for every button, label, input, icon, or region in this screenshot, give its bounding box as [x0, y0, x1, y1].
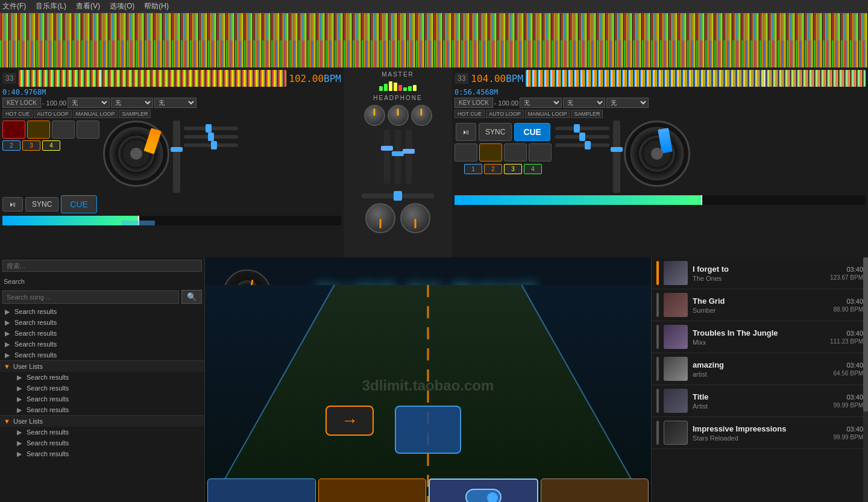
search-song-input[interactable]: [2, 290, 179, 304]
user-list-item-0[interactable]: ▶ Search results: [12, 372, 204, 383]
track-info-2: Troubles In The Jungle Mixx: [693, 328, 830, 346]
beat-tile-1[interactable]: [207, 478, 316, 502]
right-ch-fader[interactable]: [406, 130, 412, 184]
beat-tile-2[interactable]: [318, 478, 427, 502]
right-sampler-tab[interactable]: SAMPLER: [571, 110, 603, 118]
left-pad-num-3: 4: [42, 140, 60, 151]
user-lists-2-arrow: ▼: [4, 418, 11, 425]
right-select-3[interactable]: 无: [606, 98, 649, 108]
left-pitch-slider[interactable]: [173, 121, 180, 193]
master-knob[interactable]: [365, 203, 395, 233]
user-list-item-1[interactable]: ▶ Search results: [12, 383, 204, 394]
left-pad-2[interactable]: [27, 121, 50, 139]
right-vinyl[interactable]: [624, 121, 690, 187]
right-hot-cue-tab[interactable]: HOT CUE: [454, 110, 485, 118]
right-select-1[interactable]: 无: [520, 98, 562, 108]
user-list-item-3[interactable]: ▶ Search results: [12, 404, 204, 415]
sidebar: Search 🔍 ▶ Search results ▶ Search resul…: [0, 257, 205, 502]
left-ch-fader[interactable]: [384, 130, 390, 184]
track-item-5[interactable]: Impressive Impreessions Stars Reloaded 0…: [652, 417, 868, 449]
track-item-2[interactable]: Troubles In The Jungle Mixx 03:40 111.23…: [652, 321, 868, 353]
right-manual-loop-tab[interactable]: MANUAL LOOP: [525, 110, 570, 118]
track-item-1[interactable]: The Grid Sumber 03:40 88.90 BPM: [652, 289, 868, 321]
left-pad-4[interactable]: [77, 121, 99, 139]
track-item-4[interactable]: Title Artist 03:40 99.99 BPM: [652, 385, 868, 417]
sidebar-item-0[interactable]: ▶ Search results: [0, 306, 204, 317]
left-vinyl[interactable]: [103, 121, 169, 187]
left-sampler-tab[interactable]: SAMPLER: [119, 110, 151, 118]
channel-faders: [384, 130, 412, 190]
center-fader[interactable]: [395, 130, 401, 184]
left-pad-3[interactable]: [52, 121, 75, 139]
right-pad-1[interactable]: [454, 143, 477, 162]
left-cue[interactable]: CUE: [61, 195, 97, 213]
sidebar-item-1[interactable]: ▶ Search results: [0, 317, 204, 328]
beat-tile-4[interactable]: [541, 478, 649, 502]
right-cue[interactable]: CUE: [514, 123, 550, 141]
right-select-2[interactable]: 无: [563, 98, 605, 108]
track-list-scrollbar[interactable]: [863, 257, 868, 502]
right-slider-h2[interactable]: [555, 135, 609, 139]
eq-knob-mid[interactable]: [388, 105, 409, 126]
eq-knob-hi[interactable]: [364, 105, 385, 126]
left-play-pause[interactable]: ⏯: [2, 197, 23, 212]
left-pad-1[interactable]: [2, 121, 25, 139]
right-slider-h3[interactable]: [555, 143, 609, 147]
left-select-3[interactable]: 无: [154, 98, 197, 108]
headphone-knob[interactable]: [400, 203, 430, 233]
user-lists-1-header[interactable]: ▼ User Lists: [0, 360, 204, 372]
left-slider-h2[interactable]: [184, 135, 238, 139]
arrow-icon-4: ▶: [5, 351, 12, 359]
right-auto-loop-tab[interactable]: AUTO LOOP: [486, 110, 523, 118]
left-key-lock[interactable]: KEY LOCK: [2, 98, 41, 108]
left-slider-h1[interactable]: [184, 127, 238, 130]
bottom-area: Search 🔍 ▶ Search results ▶ Search resul…: [0, 257, 868, 502]
menubar: 文件(F) 音乐库(L) 查看(V) 选项(O) 帮助(H): [0, 0, 868, 13]
menu-help[interactable]: 帮助(H): [144, 1, 169, 11]
ul1-arrow-2: ▶: [17, 395, 24, 403]
sidebar-item-4[interactable]: ▶ Search results: [0, 350, 204, 360]
left-select-2[interactable]: 无: [111, 98, 153, 108]
menu-options[interactable]: 选项(O): [110, 1, 134, 11]
right-progress[interactable]: [454, 195, 866, 205]
track-accent-4: [656, 389, 659, 413]
left-sync[interactable]: SYNC: [25, 197, 58, 212]
left-slider-h3[interactable]: [184, 143, 238, 147]
eq-knob-lo[interactable]: [411, 105, 432, 126]
sidebar-item-3[interactable]: ▶ Search results: [0, 339, 204, 350]
left-hot-cue-tab[interactable]: HOT CUE: [2, 110, 33, 118]
right-play-pause[interactable]: ⏯: [456, 123, 476, 141]
user-list-2-item-1[interactable]: ▶ Search results: [12, 438, 204, 448]
right-pad-3[interactable]: [504, 143, 527, 162]
arrow-button[interactable]: [326, 406, 374, 436]
search-song-button[interactable]: 🔍: [181, 290, 202, 304]
sidebar-search-input[interactable]: [2, 260, 202, 272]
right-slider-h1[interactable]: [555, 127, 609, 130]
beat-tile-3[interactable]: [429, 478, 538, 502]
left-manual-loop-tab[interactable]: MANUAL LOOP: [73, 110, 118, 118]
track-item-3[interactable]: amazing artist 03:40 64.56 BPM: [652, 353, 868, 385]
right-cue-tabs: HOT CUE AUTO LOOP MANUAL LOOP SAMPLER: [454, 110, 866, 118]
user-list-2-item-0[interactable]: ▶ Search results: [12, 427, 204, 438]
menu-file[interactable]: 文件(F): [2, 1, 26, 11]
arrow-icon-3: ▶: [5, 340, 12, 348]
track-item-0[interactable]: I forget to The Ones 03:40 123.67 BPM: [652, 257, 868, 289]
right-pad-num-4: 4: [524, 164, 542, 174]
right-pad-4[interactable]: [529, 143, 552, 162]
right-pad-2[interactable]: [479, 143, 502, 162]
user-list-item-2[interactable]: ▶ Search results: [12, 394, 204, 404]
left-needle: [144, 128, 162, 155]
left-auto-loop-tab[interactable]: AUTO LOOP: [34, 110, 71, 118]
right-sync[interactable]: SYNC: [479, 123, 512, 141]
right-key-lock[interactable]: KEY LOCK: [454, 98, 493, 108]
user-lists-2-header[interactable]: ▼ User Lists: [0, 415, 204, 427]
track-thumb-1: [664, 293, 688, 317]
menu-view[interactable]: 查看(V): [76, 1, 100, 11]
crossfader[interactable]: [362, 193, 434, 198]
left-select-1[interactable]: 无: [68, 98, 110, 108]
user-list-2-item-2[interactable]: ▶ Search results: [12, 448, 204, 459]
menu-library[interactable]: 音乐库(L): [36, 1, 66, 11]
right-pitch-slider[interactable]: [613, 121, 620, 193]
left-progress[interactable]: [2, 216, 341, 225]
sidebar-item-2[interactable]: ▶ Search results: [0, 328, 204, 339]
